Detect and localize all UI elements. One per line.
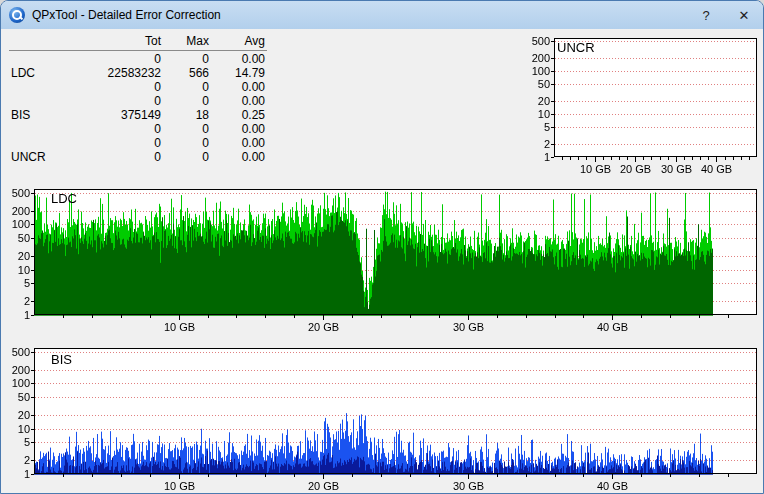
bis-plot bbox=[9, 344, 759, 494]
stats-row-label-bis: BIS bbox=[9, 108, 59, 122]
stats-cell: 14.79 bbox=[211, 66, 267, 80]
stats-cell: 0.00 bbox=[211, 136, 267, 150]
stats-cell: 0 bbox=[163, 150, 211, 164]
stats-cell: 0 bbox=[59, 94, 163, 108]
stats-header-tot: Tot bbox=[59, 34, 163, 51]
uncr-chart-title: UNCR bbox=[557, 40, 595, 55]
stats-cell: 0.00 bbox=[211, 94, 267, 108]
stats-cell: 0 bbox=[59, 122, 163, 136]
stats-cell: 0.25 bbox=[211, 108, 267, 122]
stats-cell: 0.00 bbox=[211, 80, 267, 94]
stats-cell: 375149 bbox=[59, 108, 163, 122]
stats-header-max: Max bbox=[163, 34, 211, 51]
stats-row-label bbox=[9, 136, 59, 150]
stats-cell: 0.00 bbox=[211, 150, 267, 164]
help-button[interactable]: ? bbox=[687, 1, 725, 29]
uncr-plot bbox=[529, 34, 759, 177]
stats-header-blank bbox=[9, 34, 59, 51]
ldc-plot bbox=[9, 185, 759, 335]
stats-row-label bbox=[9, 94, 59, 108]
window-title: QPxTool - Detailed Error Correction bbox=[32, 8, 221, 22]
stats-cell: 566 bbox=[163, 66, 211, 80]
close-button[interactable]: ✕ bbox=[725, 1, 763, 29]
stats-cell: 0 bbox=[163, 94, 211, 108]
error-stats-table: Tot Max Avg 0 0 0.00 LDC 22583232 566 14… bbox=[9, 34, 271, 164]
stats-cell: 0 bbox=[163, 80, 211, 94]
stats-cell: 0 bbox=[59, 80, 163, 94]
stats-row-label-ldc: LDC bbox=[9, 66, 59, 80]
stats-cell: 0.00 bbox=[211, 122, 267, 136]
qpxtool-window: QPxTool - Detailed Error Correction ? ✕ … bbox=[0, 0, 764, 494]
stats-row-label bbox=[9, 52, 59, 66]
stats-row-label bbox=[9, 122, 59, 136]
uncr-chart: UNCR bbox=[529, 34, 759, 177]
stats-cell: 0 bbox=[59, 136, 163, 150]
magnifier-handle bbox=[19, 16, 23, 20]
stats-cell: 0 bbox=[163, 136, 211, 150]
ldc-chart-title: LDC bbox=[51, 191, 77, 206]
stats-cell: 0 bbox=[163, 122, 211, 136]
stats-cell: 0 bbox=[163, 52, 211, 66]
titlebar-buttons: ? ✕ bbox=[687, 1, 763, 29]
stats-cell: 0 bbox=[59, 150, 163, 164]
titlebar[interactable]: QPxTool - Detailed Error Correction ? ✕ bbox=[1, 1, 763, 30]
stats-header-avg: Avg bbox=[211, 34, 267, 51]
stats-row-label bbox=[9, 80, 59, 94]
bis-chart: BIS bbox=[9, 344, 759, 494]
stats-cell: 0.00 bbox=[211, 52, 267, 66]
app-icon bbox=[9, 7, 25, 23]
stats-cell: 0 bbox=[59, 52, 163, 66]
stats-row-label-uncr: UNCR bbox=[9, 150, 59, 164]
stats-cell: 18 bbox=[163, 108, 211, 122]
bis-chart-title: BIS bbox=[51, 352, 72, 367]
stats-cell: 22583232 bbox=[59, 66, 163, 80]
ldc-chart: LDC bbox=[9, 185, 759, 335]
